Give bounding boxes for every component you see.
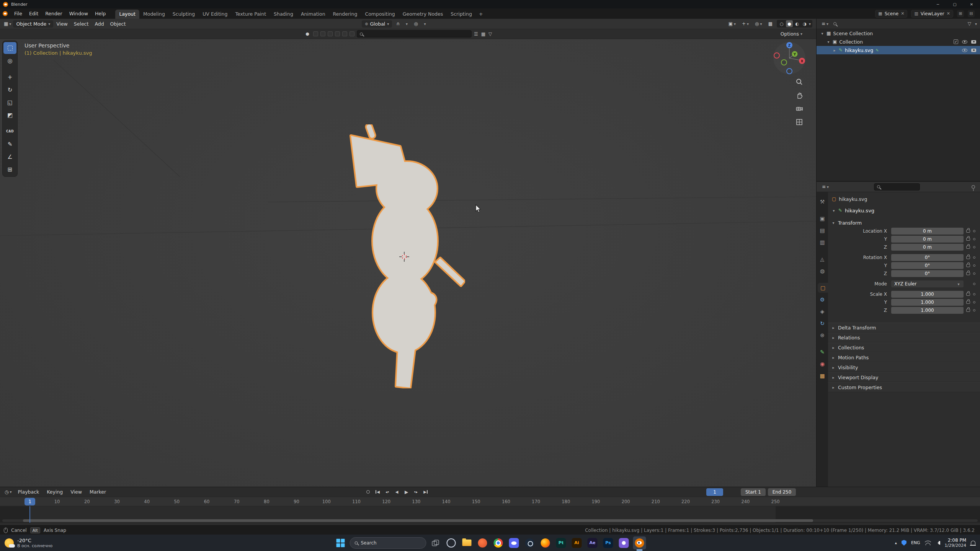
toggle-icon[interactable] (342, 31, 347, 36)
rotation-mode-dropdown[interactable]: XYZ Euler ▾ (891, 280, 964, 287)
weather-widget[interactable]: -20°C В осн. солнечно (5, 538, 52, 548)
expand-icon[interactable]: ▾ (826, 40, 830, 44)
panel-visibility[interactable]: ▸ Visibility (828, 362, 980, 372)
animate-decorator[interactable] (973, 293, 975, 295)
language-indicator[interactable]: ENG (911, 540, 920, 545)
firefox-icon[interactable] (539, 536, 552, 549)
mode-dropdown[interactable]: Object Mode ▾ (13, 20, 53, 28)
rotation-y-field[interactable]: 0° (891, 262, 964, 269)
hidden-icons-chevron[interactable]: ▴ (895, 541, 897, 545)
location-z-field[interactable]: 0 m (891, 244, 964, 251)
scene-selector[interactable]: ▦ Scene ✕ (875, 10, 907, 18)
menu-view[interactable]: View (67, 488, 85, 496)
lock-icon[interactable] (966, 264, 970, 267)
defender-shield-icon[interactable] (902, 540, 906, 546)
shading-wireframe-button[interactable]: ○ (778, 20, 785, 27)
proportional-editing-toggle[interactable]: ◎ (412, 20, 420, 27)
expand-icon[interactable]: ▸ (833, 48, 836, 52)
tool-search-input[interactable] (365, 31, 469, 37)
editor-type-button[interactable]: ▦ ▾ (2, 20, 13, 27)
editor-type-button[interactable]: ≡ ▾ (820, 20, 830, 27)
tab-texture[interactable]: ▩ (817, 371, 828, 381)
snap-toggle[interactable]: ∩ (394, 20, 402, 27)
menu-marker[interactable]: Marker (86, 488, 109, 496)
close-button[interactable]: ✕ (963, 0, 980, 8)
panel-delta-transform[interactable]: ▸ Delta Transform (828, 323, 980, 333)
scale-z-field[interactable]: 1.000 (891, 307, 964, 314)
menu-select[interactable]: Select (71, 20, 92, 28)
notifications-icon[interactable] (971, 541, 975, 545)
options-dropdown[interactable]: Options ▾ (781, 31, 802, 37)
auto-keying-button[interactable] (364, 488, 372, 496)
outliner-row-collection[interactable]: ▾ ▣ Collection ✓ (817, 37, 980, 46)
toggle-icon[interactable] (335, 31, 340, 36)
view-layer-selector[interactable]: ▥ ViewLayer ✕ (911, 10, 953, 18)
start-button[interactable] (334, 536, 347, 549)
tab-animation[interactable]: Animation (297, 10, 329, 19)
animate-decorator[interactable] (973, 264, 975, 267)
frame-end-field[interactable]: End 250 (768, 488, 796, 496)
filter-funnel-icon[interactable]: ▽ (968, 21, 971, 26)
unlink-view-layer-icon[interactable]: ✕ (947, 11, 950, 16)
animate-decorator[interactable] (973, 230, 975, 232)
editor-type-button[interactable]: ≡ ▾ (820, 183, 831, 190)
tab-scene[interactable]: ◬ (817, 254, 828, 264)
tab-tool[interactable]: ⚒ (817, 197, 828, 207)
volume-icon[interactable] (936, 541, 940, 545)
grid-icon[interactable]: ▦ (481, 31, 485, 37)
cad-tool[interactable]: CAD (3, 126, 16, 137)
transform-panel-header[interactable]: ▾ Transform (828, 218, 980, 227)
tab-output[interactable]: ▤ (817, 225, 828, 235)
ortho-toggle-icon[interactable] (795, 117, 804, 127)
blender-menu-icon[interactable] (2, 10, 11, 18)
menu-add[interactable]: Add (91, 20, 107, 28)
file-explorer-icon[interactable] (461, 536, 474, 549)
lock-icon[interactable] (966, 246, 970, 249)
disable-render-icon[interactable] (971, 40, 976, 44)
disable-render-icon[interactable] (971, 49, 976, 52)
menu-help[interactable]: Help (91, 10, 109, 18)
tab-layout[interactable]: Layout (115, 10, 139, 19)
animate-decorator[interactable] (973, 301, 975, 303)
menu-edit[interactable]: Edit (26, 10, 42, 18)
remove-view-layer-button[interactable]: ⊟ (968, 10, 975, 17)
tab-compositing[interactable]: Compositing (361, 10, 399, 19)
wifi-icon[interactable] (925, 541, 931, 545)
rotation-z-field[interactable]: 0° (891, 270, 964, 277)
navigation-gizmo[interactable]: Z X Y (773, 40, 806, 77)
steam-icon[interactable] (523, 536, 536, 549)
viewport-canvas[interactable]: User Perspective (1) Collection | hikayk… (0, 39, 816, 487)
animate-decorator[interactable] (973, 283, 975, 285)
exclude-checkbox[interactable]: ✓ (954, 39, 958, 44)
minimize-button[interactable]: ─ (929, 0, 946, 8)
after-effects-icon[interactable]: Ae (586, 536, 599, 549)
scale-y-field[interactable]: 1.000 (891, 299, 964, 306)
search-icon[interactable] (833, 22, 836, 25)
rotate-tool[interactable]: ↻ (3, 84, 16, 96)
next-keyframe-button[interactable]: ▸ (412, 488, 420, 496)
panel-relations[interactable]: ▸ Relations (828, 333, 980, 342)
lock-icon[interactable] (966, 272, 970, 275)
add-cube-tool[interactable]: ⊞ (3, 163, 16, 175)
tab-uv-editing[interactable]: UV Editing (199, 10, 231, 19)
tab-material[interactable]: ◉ (817, 359, 828, 369)
expand-icon[interactable]: ▾ (820, 31, 824, 36)
snap-settings-dropdown[interactable]: ▾ (404, 21, 410, 27)
photoshop-icon[interactable]: Ps (602, 536, 615, 549)
panel-collections[interactable]: ▸ Collections (828, 342, 980, 352)
discord-icon[interactable] (508, 536, 521, 549)
panel-viewport-display[interactable]: ▸ Viewport Display (828, 372, 980, 382)
toggle-icon[interactable] (328, 31, 333, 36)
add-workspace-button[interactable]: + (476, 10, 486, 19)
menu-file[interactable]: File (11, 10, 26, 18)
lock-icon[interactable] (966, 301, 970, 304)
toggle-icon[interactable] (313, 31, 318, 36)
scrollbar-thumb[interactable] (23, 519, 813, 522)
animate-decorator[interactable] (973, 309, 975, 311)
tab-shading[interactable]: Shading (270, 10, 297, 19)
menu-render[interactable]: Render (42, 10, 66, 18)
timeline-ruler[interactable]: 10 20 30 40 50 60 70 80 90 100 110 120 1… (0, 497, 980, 506)
prev-keyframe-button[interactable]: ◂ (383, 488, 392, 496)
add-view-layer-button[interactable]: ⊞ (957, 10, 964, 17)
location-x-field[interactable]: 0 m (891, 228, 964, 235)
